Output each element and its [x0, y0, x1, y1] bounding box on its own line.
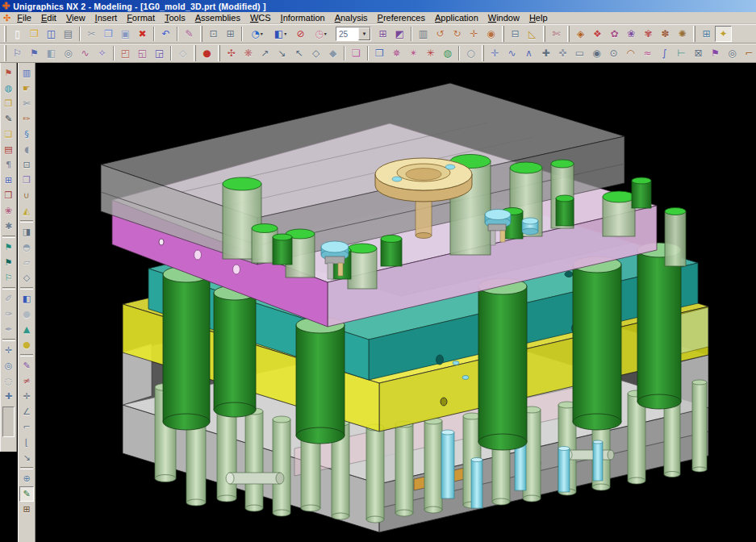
- refresh-display-icon[interactable]: ●: [198, 45, 215, 61]
- diamond-outline-icon[interactable]: ◇: [307, 45, 324, 61]
- circle-center-icon[interactable]: ◉: [588, 45, 605, 61]
- paste-icon[interactable]: ▣: [117, 26, 134, 42]
- face-analysis-icon[interactable]: ❀: [623, 26, 640, 42]
- menu-information[interactable]: Information: [276, 13, 330, 23]
- draft-analysis-icon[interactable]: ✺: [674, 26, 691, 42]
- arc-tool-icon[interactable]: ◠: [622, 45, 639, 61]
- not-equal-icon[interactable]: ≠: [19, 373, 34, 389]
- cone-primitive-icon[interactable]: ▲: [19, 322, 34, 337]
- rectangle-tool-icon[interactable]: ▭: [571, 45, 588, 61]
- sketch-pen-icon[interactable]: ✎: [181, 26, 198, 42]
- plus-tool-icon[interactable]: ✚: [537, 45, 554, 61]
- title-bar[interactable]: ✣ Unigraphics NX 2 - Modeling - [1G0_mol…: [0, 0, 756, 12]
- customize-grid-icon[interactable]: ⊞: [698, 26, 715, 42]
- toolbar-grip[interactable]: [4, 45, 6, 61]
- circle-tool-icon[interactable]: ○: [462, 45, 479, 61]
- shaded-view-icon[interactable]: ◧: [43, 45, 60, 61]
- trim-curve-icon[interactable]: ⊢: [673, 45, 690, 61]
- sphere-swirl-icon[interactable]: ◍: [439, 45, 456, 61]
- diamond-tool-icon[interactable]: ◇: [19, 270, 34, 286]
- corner-line-icon[interactable]: ⌐: [19, 419, 34, 435]
- sketch-boot-icon[interactable]: ✎: [2, 111, 16, 127]
- half-box-icon[interactable]: ◨: [19, 224, 34, 240]
- measure-distance-icon[interactable]: ⊟: [507, 26, 524, 42]
- dome-icon[interactable]: ◓: [19, 240, 34, 255]
- pencil-light2-icon[interactable]: ✑: [2, 306, 16, 322]
- curve-blue-icon[interactable]: ∫: [656, 45, 673, 61]
- polyline-tool-icon[interactable]: ∧: [520, 45, 537, 61]
- snap-point-icon[interactable]: ✜: [554, 45, 571, 61]
- pencil-light1-icon[interactable]: ✐: [2, 291, 16, 306]
- datum-plane-icon[interactable]: ✎: [19, 486, 34, 502]
- sphere-primitive-icon[interactable]: ●: [19, 306, 34, 322]
- update-display-icon[interactable]: ◷▾: [309, 26, 332, 42]
- sheet-icon[interactable]: ▱: [19, 255, 34, 270]
- boxes-3d-icon[interactable]: ❒: [19, 173, 34, 188]
- pattern-star3-icon[interactable]: ✳: [422, 45, 439, 61]
- menu-format[interactable]: Format: [122, 13, 160, 23]
- floor-line-icon[interactable]: ⌊: [19, 435, 34, 450]
- teal-flag3-icon[interactable]: ⚐: [2, 270, 16, 286]
- target-circle-icon[interactable]: ◎: [2, 358, 16, 373]
- menu-file[interactable]: File: [12, 13, 36, 23]
- fence-icon[interactable]: ⊞: [19, 502, 34, 517]
- point-tool-icon[interactable]: ✛: [487, 45, 503, 61]
- copy-icon[interactable]: ❐: [100, 26, 117, 42]
- teal-flag2-icon[interactable]: ⚑: [2, 255, 16, 270]
- help-context-icon[interactable]: ✦: [715, 26, 732, 42]
- reflection-icon[interactable]: ✽: [657, 26, 674, 42]
- save-part-icon[interactable]: ◫: [43, 26, 60, 42]
- open-part-icon[interactable]: ❐: [26, 26, 43, 42]
- hand-pointer-icon[interactable]: ☛: [19, 81, 34, 96]
- plot-icon[interactable]: ▥: [415, 26, 432, 42]
- yellow-folder-icon[interactable]: ❏: [2, 127, 16, 142]
- object-info-icon[interactable]: ❖: [589, 26, 606, 42]
- open-folder-icon[interactable]: ❐: [2, 96, 16, 111]
- zoom-view-icon[interactable]: ◉: [482, 26, 499, 42]
- circle-point-icon[interactable]: ⊙: [605, 45, 622, 61]
- arrow-se-icon[interactable]: ↘: [274, 45, 290, 61]
- plug-icon[interactable]: ✱: [2, 219, 16, 234]
- flag-purple-icon[interactable]: ⚑: [707, 45, 724, 61]
- rotate-view-icon[interactable]: ◔▾: [245, 26, 269, 42]
- arrow-ne-icon[interactable]: ↗: [257, 45, 274, 61]
- work-layer-input[interactable]: [336, 28, 358, 40]
- display-part-icon[interactable]: ⊡: [205, 26, 222, 42]
- donut-tool-icon[interactable]: ◎: [724, 45, 741, 61]
- toolbar-grip[interactable]: [194, 45, 196, 61]
- curve-analysis-icon[interactable]: ✿: [606, 26, 623, 42]
- teal-flag1-icon[interactable]: ⚑: [2, 240, 16, 255]
- menu-wcs[interactable]: WCS: [245, 13, 276, 23]
- rotate-cw-icon[interactable]: ↻: [449, 26, 466, 42]
- cube-edit-icon[interactable]: ◱: [134, 45, 151, 61]
- information-icon[interactable]: ◈: [572, 26, 589, 42]
- orient-view-icon[interactable]: ◧▾: [269, 26, 292, 42]
- menu-insert[interactable]: Insert: [90, 13, 123, 23]
- target-up-icon[interactable]: ✛: [2, 343, 16, 358]
- toolbar-grip[interactable]: [200, 26, 203, 42]
- pattern-star2-icon[interactable]: ✴: [405, 45, 422, 61]
- toolbar-grip[interactable]: [218, 45, 220, 61]
- wireframe-view-icon[interactable]: ◎: [60, 45, 77, 61]
- pattern-star1-icon[interactable]: ✵: [388, 45, 405, 61]
- undo-icon[interactable]: ↶: [157, 26, 174, 42]
- sphere-yellow-icon[interactable]: ●: [19, 337, 34, 352]
- layer-settings-icon[interactable]: ❏: [348, 45, 365, 61]
- target-dashed-icon[interactable]: ◌: [2, 373, 16, 389]
- clipboard-icon[interactable]: ▤: [2, 142, 16, 157]
- export-display-icon[interactable]: ⊞: [222, 26, 239, 42]
- toolbar-grip[interactable]: [502, 26, 504, 42]
- cut-icon[interactable]: ✂: [83, 26, 100, 42]
- mouse-icon[interactable]: ◖: [19, 142, 34, 157]
- toolbar-grip[interactable]: [4, 26, 6, 42]
- explode-assembly-icon[interactable]: ❋: [240, 45, 257, 61]
- wedge-icon[interactable]: ◭: [19, 203, 34, 219]
- toolbar-grip[interactable]: [543, 26, 545, 42]
- delete-icon[interactable]: ✖: [134, 26, 151, 42]
- curve-pink-icon[interactable]: ≈: [639, 45, 656, 61]
- cube-front-icon[interactable]: ◰: [117, 45, 134, 61]
- screw-icon[interactable]: ¶: [2, 157, 16, 173]
- menu-view[interactable]: View: [61, 13, 90, 23]
- graphics-window[interactable]: [36, 63, 756, 542]
- measure-angle-icon[interactable]: ◺: [524, 26, 541, 42]
